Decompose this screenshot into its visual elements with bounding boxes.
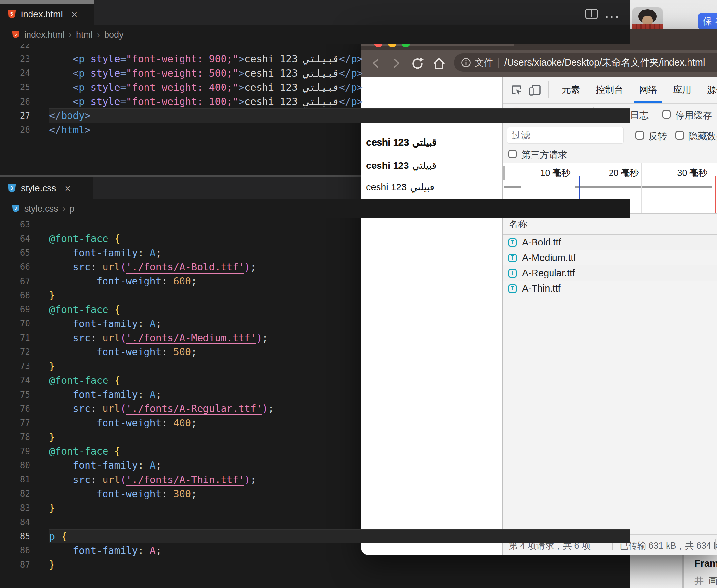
svg-text:5: 5 xyxy=(10,12,13,17)
frame-panel: Frame 井 画板 xyxy=(683,554,717,588)
chevron-right-icon: › xyxy=(63,204,66,214)
breadcrumb-item[interactable]: p xyxy=(70,204,75,214)
line-number: 78 xyxy=(0,432,49,442)
code-line: 68} xyxy=(0,288,630,302)
code-line: 84 xyxy=(0,515,630,529)
devtools-tab-[interactable]: 源代码 xyxy=(702,77,717,103)
code-editor-css[interactable]: 6364@font-face {65font-family: A;66src: … xyxy=(0,217,630,572)
save-button-label: 保存 xyxy=(703,15,717,27)
breadcrumb: 3 style.css›p xyxy=(0,199,630,218)
status-separator xyxy=(715,539,716,550)
svg-text:5: 5 xyxy=(15,32,17,37)
line-number: 81 xyxy=(0,475,49,484)
hide-data-urls-checkbox[interactable] xyxy=(675,131,684,140)
line-number: 86 xyxy=(0,545,49,555)
code-line: 69@font-face { xyxy=(0,302,630,317)
code-line: 81src: url('./fonts/A-Thin.ttf'); xyxy=(0,472,630,487)
code-line: 24<p style="font-weight: 500;">ceshi 123… xyxy=(0,66,630,80)
css-file-icon: 3 xyxy=(7,184,16,193)
svg-text:3: 3 xyxy=(10,185,13,190)
code-line: 28</html> xyxy=(0,123,630,137)
line-number: 71 xyxy=(0,333,49,343)
close-icon[interactable]: × xyxy=(71,9,78,20)
frame-grid-icon: 井 xyxy=(694,575,703,587)
timeline-tick-label: 30 毫秒 xyxy=(645,167,707,179)
hide-data-urls-label: 隐藏数据网址 xyxy=(689,130,717,143)
line-number: 84 xyxy=(0,517,49,527)
line-number: 73 xyxy=(0,361,49,371)
code-line: 67font-weight: 600; xyxy=(0,274,630,288)
line-number: 63 xyxy=(0,219,49,229)
code-line: 82font-weight: 300; xyxy=(0,487,630,501)
svg-text:3: 3 xyxy=(15,206,17,211)
devtools-tab-active[interactable]: 网络 xyxy=(634,77,662,103)
transferred-size: 已传输 631 kB，共 634 kB xyxy=(620,540,717,552)
line-number: 75 xyxy=(0,390,49,400)
line-number: 69 xyxy=(0,304,49,314)
invert-checkbox[interactable] xyxy=(635,131,644,140)
line-number: 66 xyxy=(0,262,49,272)
third-party-checkbox[interactable] xyxy=(508,150,517,158)
chevron-right-icon: › xyxy=(69,30,72,40)
code-line: 72font-weight: 500; xyxy=(0,345,630,359)
devtools-tab-[interactable]: 应用 xyxy=(669,77,696,103)
breadcrumb-item[interactable]: body xyxy=(104,30,124,40)
scrollbar-thumb[interactable] xyxy=(503,166,505,180)
vscode-window: 5 index.html × … 5 index.html›html›body … xyxy=(0,0,630,588)
line-number: 27 xyxy=(0,111,49,121)
active-tab-top-edge xyxy=(0,0,94,4)
split-editor-icon[interactable] xyxy=(585,8,598,19)
html-file-icon: 5 xyxy=(12,30,20,39)
code-line: 87} xyxy=(0,558,630,572)
code-line: 66src: url('./fonts/A-Bold.ttf'); xyxy=(0,260,630,274)
third-party-row: 第三方请求 xyxy=(503,146,717,163)
line-number: 25 xyxy=(0,82,49,92)
code-line: 76src: url('./fonts/A-Regular.ttf'); xyxy=(0,401,630,416)
line-number: 68 xyxy=(0,290,49,300)
code-line: 75font-family: A; xyxy=(0,387,630,401)
line-number: 83 xyxy=(0,503,49,513)
line-number: 70 xyxy=(0,319,49,329)
breadcrumb-item[interactable]: html xyxy=(76,30,93,40)
code-line: 70font-family: A; xyxy=(0,317,630,331)
code-line: 79@font-face { xyxy=(0,444,630,458)
save-button[interactable]: 保存 xyxy=(698,13,717,29)
code-line: 26<p style="font-weight: 100;">ceshi 123… xyxy=(0,94,630,108)
invert-label: 反转 xyxy=(649,130,667,143)
timeline-gridline xyxy=(641,163,641,213)
editor-tabbar-top: 5 index.html × … xyxy=(0,0,630,25)
disable-cache-checkbox[interactable] xyxy=(662,110,671,119)
line-number: 26 xyxy=(0,97,49,106)
tab-label: index.html xyxy=(21,9,63,20)
timeline-tick-label: 10 毫秒 xyxy=(508,167,570,179)
code-line: 23<p style="font-weight: 900;">ceshi 123… xyxy=(0,52,630,66)
line-number: 67 xyxy=(0,276,49,286)
code-line: 80font-family: A; xyxy=(0,458,630,472)
chevron-right-icon: › xyxy=(97,30,100,40)
breadcrumb-item[interactable]: index.html xyxy=(24,30,65,40)
breadcrumb-item[interactable]: style.css xyxy=(24,204,58,214)
tab-index-html[interactable]: 5 index.html × xyxy=(0,4,94,25)
breadcrumb: 5 index.html›html›body xyxy=(0,25,630,44)
more-actions-icon[interactable]: … xyxy=(604,3,621,22)
artboard-label: 画板 xyxy=(709,575,717,587)
code-line: 77font-weight: 400; xyxy=(0,416,630,430)
html-file-icon: 5 xyxy=(7,9,16,19)
line-number: 74 xyxy=(0,375,49,385)
code-editor-html[interactable]: 2223<p style="font-weight: 900;">ceshi 1… xyxy=(0,38,630,137)
close-icon[interactable]: × xyxy=(65,183,71,194)
code-line: 85p { xyxy=(0,529,630,543)
code-line: 74@font-face { xyxy=(0,373,630,387)
tab-style-css[interactable]: 3 style.css × xyxy=(0,177,93,199)
code-line: 78} xyxy=(0,430,630,444)
third-party-label: 第三方请求 xyxy=(521,149,567,161)
editor-css: 3 style.css›p 6364@font-face {65font-fam… xyxy=(0,199,630,588)
line-number: 79 xyxy=(0,446,49,456)
code-line: 86font-family: A; xyxy=(0,543,630,558)
code-line: 27</body> xyxy=(0,108,630,123)
css-file-icon: 3 xyxy=(12,205,20,213)
waterfall-bar xyxy=(575,186,712,188)
timeline-gridline xyxy=(710,163,710,213)
code-line: 65font-family: A; xyxy=(0,246,630,260)
code-line: 64@font-face { xyxy=(0,231,630,246)
